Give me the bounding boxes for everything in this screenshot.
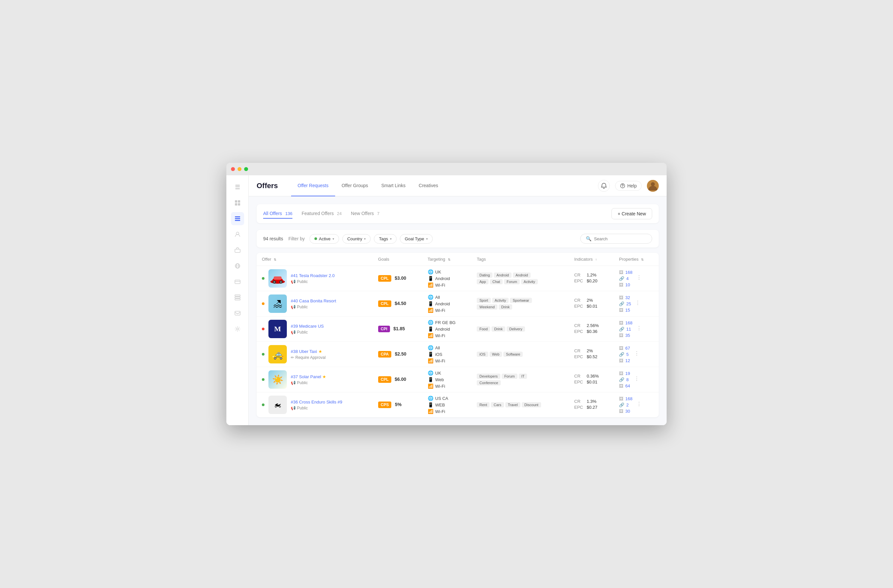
minimize-button[interactable] [238, 167, 242, 171]
sidebar: ☰ [226, 176, 249, 425]
svg-point-26 [274, 281, 275, 283]
properties-sort-icon[interactable]: ⇅ [641, 258, 643, 261]
nav-offer-groups[interactable]: Offer Groups [335, 176, 375, 196]
epc-value: $0.01 [587, 380, 598, 384]
nav-creatives[interactable]: Creatives [412, 176, 445, 196]
sidebar-item-globe[interactable] [231, 260, 244, 273]
cr-row: CR 0.36% [574, 374, 609, 378]
nav-smart-links[interactable]: Smart Links [374, 176, 412, 196]
offer-name[interactable]: #41 Tesla Roadster 2.0 [291, 273, 334, 278]
offer-name[interactable]: #39 Medicare US [291, 324, 324, 328]
svg-rect-2 [235, 203, 237, 206]
sidebar-item-card[interactable] [231, 275, 244, 288]
targeting-icon: 🌐 [428, 320, 433, 325]
status-dot [262, 404, 265, 406]
more-options-button[interactable]: ⋮ [633, 350, 641, 357]
main-content: Offers Offer Requests Offer Groups Smart… [249, 176, 667, 425]
offer-info: #36 Cross Enduro Skills #9 📢 Public [291, 399, 342, 410]
create-new-button[interactable]: + Create New [612, 208, 652, 219]
visibility-icon: 📢 [291, 330, 296, 334]
offers-table-container: Offer ⇅ Goals Targeting ⇅ Tags [257, 253, 659, 417]
tag: Sport [477, 298, 490, 303]
image-icon: 🖼 [619, 270, 623, 275]
link-icon: 🔗 [619, 377, 624, 382]
targeting-row: 🌐 All [428, 345, 466, 350]
targeting-icon: 📶 [428, 282, 433, 288]
tab-featured-offers[interactable]: Featured Offers 24 [302, 209, 342, 219]
properties-cell: 🖼 168 🔗 11 🖼 35 ⋮ [614, 316, 659, 342]
goal-cell: CPL $6.00 [373, 367, 422, 392]
notification-button[interactable] [598, 180, 610, 192]
tab-all-offers[interactable]: All Offers 136 [263, 209, 292, 219]
svg-rect-16 [235, 311, 240, 315]
tag: Forum [502, 374, 517, 379]
prop-row-1: 🖼 32 [619, 295, 631, 300]
offer-cell: 🏖 #40 Casa Bonita Resort 📢 Public [257, 291, 373, 316]
sidebar-item-dashboard[interactable] [231, 196, 244, 210]
more-options-button[interactable]: ⋮ [635, 274, 643, 282]
sidebar-item-users[interactable] [231, 228, 244, 241]
epc-label: EPC [574, 304, 585, 309]
sidebar-item-layers[interactable] [231, 291, 244, 304]
help-button[interactable]: Help [615, 181, 642, 191]
cr-label: CR [574, 374, 585, 378]
epc-row: EPC $0.01 [574, 380, 609, 384]
cr-row: CR 2% [574, 348, 609, 353]
prop-row-3: 🖼 64 [619, 384, 630, 388]
user-avatar[interactable] [647, 180, 659, 192]
offer-name[interactable]: #40 Casa Bonita Resort [291, 298, 336, 303]
prop-row-2: 🔗 25 [619, 302, 631, 306]
more-options-button[interactable]: ⋮ [634, 299, 642, 307]
header: Offers Offer Requests Offer Groups Smart… [249, 176, 667, 196]
more-options-button[interactable]: ⋮ [635, 324, 643, 332]
active-filter[interactable]: Active ▾ [310, 234, 339, 244]
tag: Developers [477, 374, 501, 379]
epc-value: $0.36 [587, 329, 598, 334]
offer-name[interactable]: #36 Cross Enduro Skills #9 [291, 399, 342, 405]
image-icon: 🖼 [619, 371, 623, 376]
offer-cell: 🚕 #38 Uber Taxi ★ ✏ Require Approval [257, 342, 373, 367]
tab-new-offers[interactable]: New Offers 7 [351, 209, 379, 219]
maximize-button[interactable] [244, 167, 248, 171]
tag: App [477, 279, 489, 284]
offer-name[interactable]: #38 Uber Taxi ★ [291, 349, 326, 354]
cr-label: CR [574, 323, 585, 328]
sidebar-item-offers[interactable] [231, 212, 244, 225]
targeting-icon: 📶 [428, 409, 433, 414]
goal-value: $4.50 [395, 301, 406, 306]
indicators-sort-icon[interactable]: ↑ [595, 258, 597, 261]
tags-cell: SportActivitySportwearWeekendDrink [472, 291, 569, 316]
more-options-button[interactable]: ⋮ [633, 375, 641, 383]
sidebar-item-briefcase[interactable] [231, 244, 244, 257]
offers-table: Offer ⇅ Goals Targeting ⇅ Tags [257, 253, 659, 417]
nav-offer-requests[interactable]: Offer Requests [291, 176, 335, 196]
offer-sort-icon[interactable]: ⇅ [274, 258, 276, 261]
gallery-icon: 🖼 [619, 358, 623, 363]
indicators-cell: CR 2.56% EPC $0.36 [569, 316, 614, 342]
sidebar-item-menu[interactable]: ☰ [231, 181, 244, 194]
offer-name[interactable]: #37 Solar Panel ★ [291, 374, 326, 379]
search-box[interactable]: 🔍 [580, 234, 652, 244]
tag: Software [503, 352, 523, 357]
tag: Delivery [507, 326, 525, 332]
sidebar-item-settings[interactable] [231, 322, 244, 336]
svg-rect-0 [235, 200, 237, 202]
goal-cell: CPI $1.85 [373, 316, 422, 342]
star-icon: ★ [322, 374, 326, 379]
goal-type-chevron-icon: ▾ [426, 237, 428, 241]
goal-type-badge: CPL [378, 376, 391, 383]
sidebar-item-mail[interactable] [231, 307, 244, 320]
tags-cell: DevelopersForumITConference [472, 367, 569, 392]
prop-row-1: 🖼 67 [619, 346, 630, 351]
country-filter[interactable]: Country ▾ [342, 234, 371, 244]
targeting-text: All [435, 345, 440, 350]
tags-filter[interactable]: Tags ▾ [374, 234, 396, 244]
search-input[interactable] [594, 236, 646, 241]
goal-type-filter[interactable]: Goal Type ▾ [400, 234, 433, 244]
more-options-button[interactable]: ⋮ [635, 400, 643, 408]
indicators-cell: CR 2% EPC $0.01 [569, 291, 614, 316]
prop-row-2: 🔗 5 [619, 352, 630, 357]
close-button[interactable] [231, 167, 235, 171]
tags-cell: iOSWebSoftware [472, 342, 569, 367]
targeting-sort-icon[interactable]: ⇅ [448, 258, 451, 261]
